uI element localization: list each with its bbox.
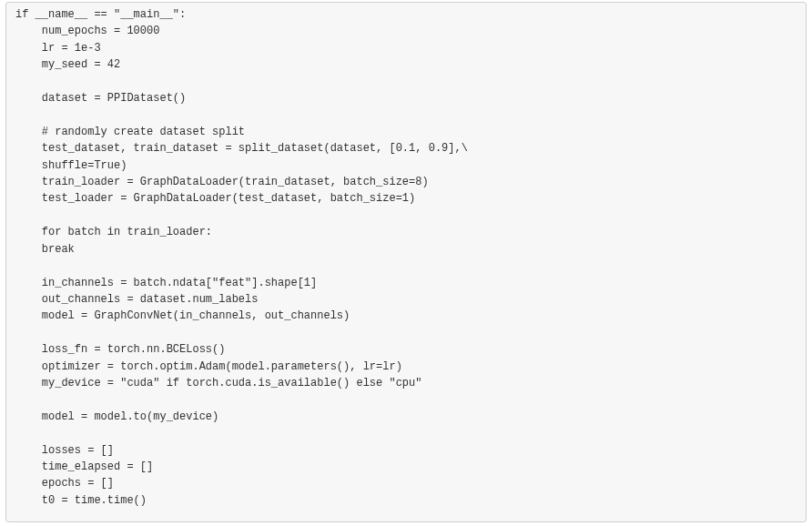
- code-content: if __name__ == "__main__": num_epochs = …: [15, 8, 468, 507]
- code-block: if __name__ == "__main__": num_epochs = …: [5, 2, 807, 522]
